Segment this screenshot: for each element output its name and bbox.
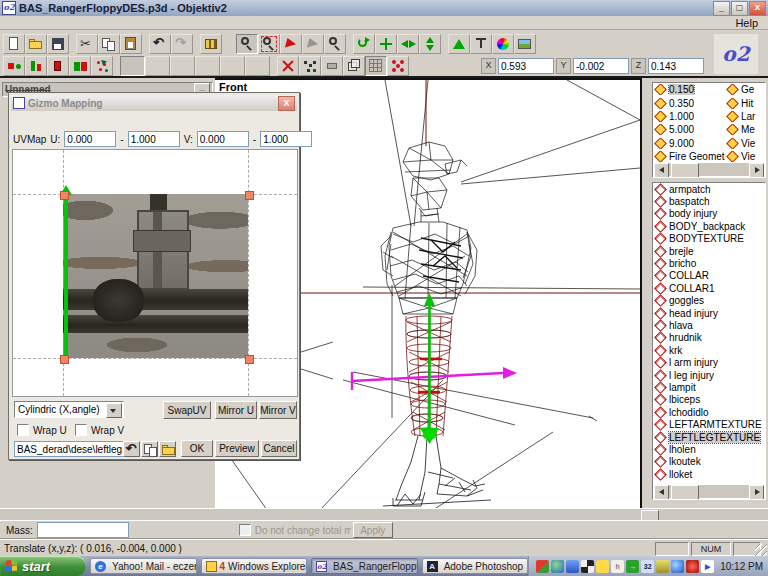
hide-selection-icon[interactable] (277, 56, 299, 76)
toolbar-button[interactable] (346, 34, 353, 54)
chip-icon[interactable] (321, 56, 343, 76)
selection-list-item[interactable]: body injury (653, 208, 765, 220)
resize-grip[interactable] (755, 544, 767, 556)
select-gray-arrow-icon[interactable] (302, 34, 324, 54)
selection-list-item[interactable]: l arm injury (653, 356, 765, 368)
selection-list-item[interactable]: l leg injury (653, 369, 765, 381)
x-coord-input[interactable] (498, 58, 554, 74)
dialog-close-icon[interactable]: X (278, 96, 295, 111)
updown-triangles-icon[interactable] (419, 34, 441, 54)
selection-list-item[interactable]: lchodidlo (653, 406, 765, 418)
projection-select[interactable]: Cylindric (X,angle) (14, 401, 124, 418)
lod-row[interactable]: Fire Geometry Vie (653, 150, 765, 163)
gizmo-handle-bl[interactable] (60, 355, 69, 364)
selection-list-item[interactable]: baspatch (653, 195, 765, 207)
task-windows-explorer[interactable]: 4 Windows Explorer (201, 558, 308, 574)
ik-chain-icon[interactable] (470, 34, 492, 54)
mass-input[interactable] (37, 522, 129, 538)
gizmo-handle-tl[interactable] (60, 191, 69, 200)
tray-message-icon[interactable] (596, 560, 609, 573)
lod-list-hscrollbar[interactable] (654, 163, 764, 176)
show-points-icon[interactable] (299, 56, 321, 76)
selection-list-item[interactable]: hrudnik (653, 332, 765, 344)
selection-list-item[interactable]: lampit (653, 381, 765, 393)
task-adobe-photoshop[interactable]: A Adobe Photoshop (422, 558, 529, 574)
lod-row[interactable]: 1.000 Lar (653, 110, 765, 123)
selection-list-item[interactable]: BODYTEXTURE (653, 233, 765, 245)
gizmo-mapping-dialog[interactable]: Gizmo Mapping X UVMap U: - V: - (8, 92, 300, 460)
tray-virus-scan-icon[interactable] (686, 560, 699, 573)
z-coord-input[interactable] (648, 58, 704, 74)
path-file-icon[interactable] (141, 441, 158, 457)
mass-checkbox[interactable]: Do not change total m (239, 524, 351, 536)
preview-button[interactable]: Preview (215, 440, 259, 457)
select-red-arrow-icon[interactable] (280, 34, 302, 54)
ok-button[interactable]: OK (181, 440, 213, 457)
menu-help[interactable]: Help (729, 17, 764, 29)
color-wheel-icon[interactable] (492, 34, 514, 54)
axis-y-button[interactable]: Y (220, 56, 245, 76)
bars-mode-icon[interactable] (25, 56, 47, 76)
scale-triangles-icon[interactable] (397, 34, 419, 54)
selection-list-item[interactable]: goggles (653, 295, 765, 307)
plane-xy-button[interactable]: XY (120, 56, 145, 76)
toolbar-button[interactable] (142, 34, 149, 54)
faces-mode-icon[interactable] (47, 56, 69, 76)
new-file-icon[interactable] (3, 34, 25, 54)
scroll-right-icon[interactable] (749, 485, 764, 500)
paste-icon[interactable] (120, 34, 142, 54)
lod-list[interactable]: 0.150 Ge 0.350 Hit 1.000 Lar (652, 82, 766, 178)
points-mode-icon[interactable] (3, 56, 25, 76)
browse-folder-icon[interactable] (159, 441, 176, 457)
minimize-button[interactable]: _ (713, 1, 730, 16)
toolbar-button[interactable] (441, 34, 448, 54)
tray-checkered-icon[interactable] (581, 560, 594, 573)
lod-row[interactable]: 0.350 Hit (653, 96, 765, 109)
gizmo-v-axis-arrow[interactable] (64, 194, 68, 358)
named-selection-list[interactable]: armpatch baspatch body injury (652, 182, 766, 500)
task-objektiv2[interactable]: o2 BAS_RangerFloppy... (311, 558, 418, 574)
gizmo-handle-br[interactable] (245, 355, 254, 364)
open-file-icon[interactable] (25, 34, 47, 54)
grid-toggle-icon[interactable] (365, 56, 387, 76)
apply-button[interactable]: Apply (353, 522, 393, 538)
vertex-select-icon[interactable] (91, 56, 113, 76)
tray-card-icon[interactable] (656, 560, 669, 573)
lod-row[interactable]: 5.000 Me (653, 123, 765, 136)
toolbar-button[interactable] (113, 56, 120, 76)
selection-list-hscrollbar[interactable] (654, 485, 764, 498)
undo-icon[interactable] (149, 34, 171, 54)
uv-preview-area[interactable] (12, 149, 298, 397)
selection-list-item[interactable]: LEFTLEGTEXTURE (653, 431, 765, 443)
swap-uv-button[interactable]: SwapUV (163, 401, 211, 419)
selection-list-item[interactable]: lkoutek (653, 456, 765, 468)
chevron-down-icon[interactable] (106, 403, 122, 418)
selection-list-item[interactable]: bricho (653, 257, 765, 269)
wrap-v-checkbox[interactable]: Wrap V (75, 424, 124, 436)
objects-mode-icon[interactable] (69, 56, 91, 76)
u-max-input[interactable] (128, 131, 180, 147)
v-min-input[interactable] (197, 131, 249, 147)
task-yahoo-mail[interactable]: e Yahoo! Mail - eczer... (90, 558, 197, 574)
zoom-region-icon[interactable] (258, 34, 280, 54)
close-button[interactable]: X (749, 1, 766, 16)
tray-red-green-icon[interactable] (536, 560, 549, 573)
scroll-right-icon[interactable] (749, 163, 764, 178)
panels-icon[interactable] (200, 34, 222, 54)
selection-list-item[interactable]: brejle (653, 245, 765, 257)
scatter-red-icon[interactable] (387, 56, 409, 76)
toolbar-button[interactable] (270, 56, 277, 76)
plane-yz-button[interactable]: YZ (170, 56, 195, 76)
zoom-icon[interactable] (324, 34, 346, 54)
toolbar-button[interactable] (222, 34, 229, 54)
selection-list-item[interactable]: head injury (653, 307, 765, 319)
selection-list-item[interactable]: COLLAR1 (653, 282, 765, 294)
save-icon[interactable] (47, 34, 69, 54)
toolbar-button[interactable] (69, 34, 76, 54)
mirror-v-button[interactable]: Mirror V (259, 401, 297, 419)
selection-list-item[interactable]: lloket (653, 468, 765, 480)
mirror-u-button[interactable]: Mirror U (215, 401, 257, 419)
selection-list-item[interactable]: BODY_backpack (653, 220, 765, 232)
selection-list-item[interactable]: krk (653, 344, 765, 356)
selection-list-item[interactable]: LEFTARMTEXTURE (653, 418, 765, 430)
